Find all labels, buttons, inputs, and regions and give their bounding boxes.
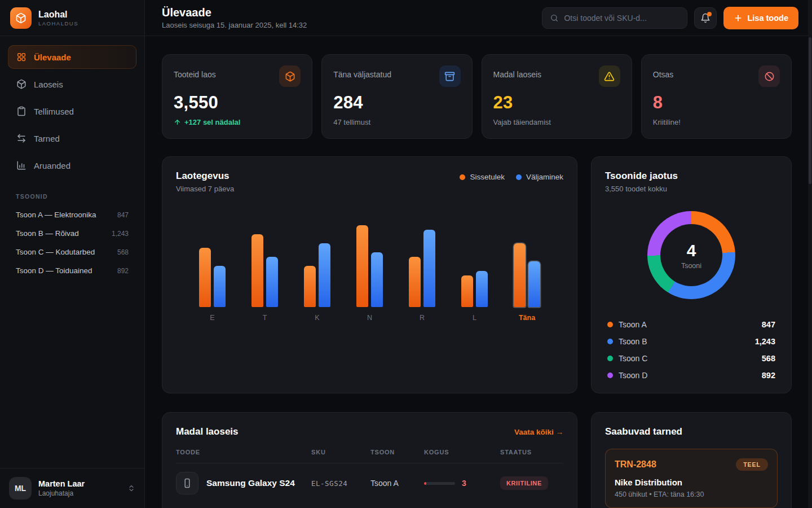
bar-chart: ETKNRLTäna xyxy=(176,214,563,322)
nav-label: Laoseis xyxy=(34,80,63,89)
nav-item-tellimused[interactable]: Tellimused xyxy=(8,99,136,123)
add-product-button[interactable]: Lisa toode xyxy=(723,7,798,29)
bar-category-label: N xyxy=(367,314,372,322)
content: Tooteid laos 3,550 +127 sel nädalal Täna… xyxy=(145,36,812,508)
warning-icon xyxy=(599,65,620,87)
scrollbar[interactable] xyxy=(808,0,812,508)
bar-sissetulek xyxy=(514,243,526,307)
bar-group-k: K xyxy=(304,222,330,322)
main-nav: Ülevaade Laoseis Tellimused Tarned Aruan… xyxy=(0,36,144,181)
stat-value: 23 xyxy=(493,93,620,113)
grid-icon xyxy=(16,52,27,62)
brand-name: Laohal xyxy=(38,9,78,20)
search-box[interactable] xyxy=(542,7,687,29)
nav-label: Ülevaade xyxy=(34,52,71,62)
stat-value: 3,550 xyxy=(174,93,301,113)
col-toode: TOODE xyxy=(176,449,311,456)
bar-väljaminek xyxy=(214,266,226,307)
shipment-item[interactable]: TRN-2848 TEEL Nike Distribution 450 ühik… xyxy=(605,449,778,508)
donut-title: Tsoonide jaotus xyxy=(605,170,778,182)
quantity-bar xyxy=(424,482,455,485)
notifications-button[interactable] xyxy=(694,7,717,29)
donut-chart: 4 Tsooni xyxy=(647,211,735,299)
stat-card-madal-laoseis: Madal laoseis 23 Vajab täiendamist xyxy=(482,54,632,139)
quantity-value: 3 xyxy=(462,479,466,488)
search-input[interactable] xyxy=(564,14,679,23)
stat-card-tooteid-laos: Tooteid laos 3,550 +127 sel nädalal xyxy=(162,54,312,139)
zone-count: 1,243 xyxy=(112,230,129,238)
quantity-cell: 3 xyxy=(424,479,500,488)
chart-legend: Sissetulek Väljaminek xyxy=(460,173,563,181)
table-row[interactable]: Samsung Galaxy S24 EL-SGS24 Tsoon A 3 KR… xyxy=(176,463,563,503)
bar-group-n: N xyxy=(356,222,383,322)
bar-sissetulek xyxy=(356,225,368,307)
bar-category-label: E xyxy=(210,314,214,322)
bar-group-t: T xyxy=(251,222,278,322)
legend-item-sissetulek: Sissetulek xyxy=(460,173,505,181)
bar-category-label: Täna xyxy=(519,314,535,322)
stats-row: Tooteid laos 3,550 +127 sel nädalal Täna… xyxy=(162,54,792,139)
col-kogus: KOGUS xyxy=(424,449,500,456)
bar-group-täna: Täna xyxy=(514,222,540,322)
archive-icon xyxy=(439,65,461,87)
bar-category-label: K xyxy=(315,314,319,322)
nav-label: Aruanded xyxy=(34,161,70,170)
zone-count: 892 xyxy=(117,267,129,275)
bar-sissetulek xyxy=(409,257,421,307)
col-tsoon: TSOON xyxy=(370,449,424,456)
nav-item-ulevaade[interactable]: Ülevaade xyxy=(8,45,136,69)
donut-subtitle: 3,550 toodet kokku xyxy=(605,185,778,193)
product-name: Samsung Galaxy S24 xyxy=(206,478,295,488)
nav-item-tarned[interactable]: Tarned xyxy=(8,126,136,150)
user-menu[interactable]: ML Marten Laar Laojuhataja xyxy=(0,468,144,508)
brand-logo-icon xyxy=(10,7,32,29)
chevrons-up-down-icon xyxy=(127,484,135,492)
zone-count: 568 xyxy=(117,248,129,256)
package-icon xyxy=(16,79,27,89)
activity-chart-card: Laotegevus Viimased 7 päeva Sissetulek V… xyxy=(162,156,577,393)
legend-dot xyxy=(460,174,465,180)
bar-väljaminek xyxy=(528,261,540,307)
sidebar: Laohal LAOHALDUS Ülevaade Laoseis Tellim… xyxy=(0,0,145,508)
page-subtitle: Laoseis seisuga 15. jaanuar 2025, kell 1… xyxy=(162,21,307,29)
zones-section: TSOONID Tsoon A — Elektroonika 847 Tsoon… xyxy=(0,193,144,280)
nav-item-aruanded[interactable]: Aruanded xyxy=(8,154,136,177)
zone-label: Tsoon A — Elektroonika xyxy=(16,211,96,219)
nav-item-laoseis[interactable]: Laoseis xyxy=(8,72,136,96)
status-badge: KRIITILINE xyxy=(500,476,548,490)
donut-center-label: Tsooni xyxy=(681,262,701,270)
table-header: TOODE SKU TSOON KOGUS STAATUS xyxy=(176,449,563,463)
nav-label: Tellimused xyxy=(34,107,74,116)
package-icon xyxy=(279,65,301,87)
smartphone-icon xyxy=(176,472,198,494)
legend-dot xyxy=(607,356,613,361)
stat-card-tana-valjastatud: Täna väljastatud 284 47 tellimust xyxy=(321,54,472,139)
stat-sub: Kriitiline! xyxy=(653,118,780,126)
scrollbar-thumb[interactable] xyxy=(809,37,811,184)
zone-label: Tsoon B — Rõivad xyxy=(16,229,79,238)
low-stock-card: Madal laoseis Vaata kõiki → TOODE SKU TS… xyxy=(162,412,577,508)
legend-dot xyxy=(607,339,613,344)
stat-sub: 47 tellimust xyxy=(333,118,460,126)
low-stock-title: Madal laoseis xyxy=(176,426,239,437)
notification-dot xyxy=(707,12,712,16)
legend-row-tsoon-a: Tsoon A 847 xyxy=(605,316,778,333)
legend-row-tsoon-d: Tsoon D 892 xyxy=(605,367,778,384)
bar-sissetulek xyxy=(199,248,211,307)
transfer-icon xyxy=(16,133,27,143)
chart-title: Laotegevus xyxy=(176,170,234,182)
bar-väljaminek xyxy=(476,271,488,307)
sidebar-item-zone-d[interactable]: Tsoon D — Toiduained 892 xyxy=(8,261,136,280)
brand: Laohal LAOHALDUS xyxy=(0,0,144,36)
bar-väljaminek xyxy=(371,252,383,307)
chart-subtitle: Viimased 7 päeva xyxy=(176,185,234,193)
sidebar-item-zone-b[interactable]: Tsoon B — Rõivad 1,243 xyxy=(8,224,136,243)
view-all-link[interactable]: Vaata kõiki → xyxy=(514,428,563,436)
plus-icon xyxy=(734,14,743,23)
clipboard-icon xyxy=(16,106,27,116)
shipment-name: Nike Distribution xyxy=(615,478,768,487)
sidebar-item-zone-c[interactable]: Tsoon C — Kodutarbed 568 xyxy=(8,243,136,261)
arrow-up-icon xyxy=(174,119,181,126)
stat-label: Tooteid laos xyxy=(174,70,216,79)
sidebar-item-zone-a[interactable]: Tsoon A — Elektroonika 847 xyxy=(8,205,136,224)
